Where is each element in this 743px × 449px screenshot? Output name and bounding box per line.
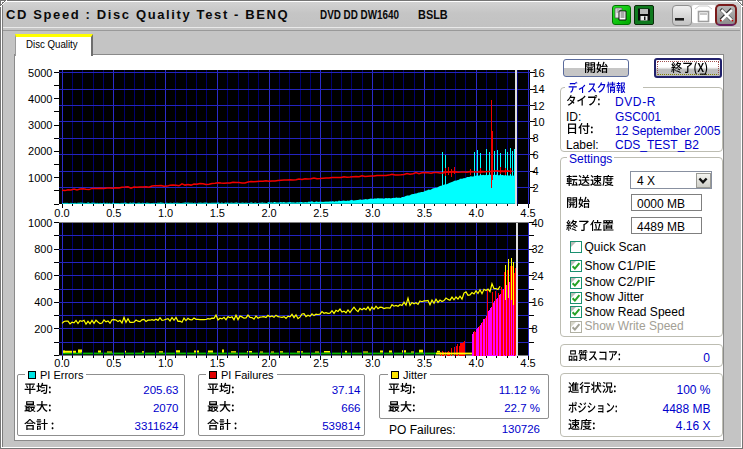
svg-text:200: 200 — [34, 323, 52, 335]
svg-text:4.0: 4.0 — [469, 357, 484, 369]
svg-text:4.5: 4.5 — [520, 357, 535, 369]
svg-text:1000: 1000 — [28, 172, 52, 184]
svg-text:32: 32 — [532, 243, 544, 255]
svg-text:3.0: 3.0 — [365, 357, 380, 369]
svg-text:5000: 5000 — [28, 67, 52, 79]
svg-text:1000: 1000 — [28, 217, 52, 229]
svg-text:3.0: 3.0 — [365, 207, 380, 219]
svg-text:0.0: 0.0 — [54, 357, 69, 369]
svg-text:8: 8 — [532, 323, 538, 335]
svg-text:400: 400 — [34, 296, 52, 308]
svg-text:8: 8 — [533, 132, 539, 144]
svg-text:12: 12 — [533, 100, 545, 112]
svg-text:3000: 3000 — [28, 119, 52, 131]
svg-text:1.5: 1.5 — [210, 357, 225, 369]
svg-text:14: 14 — [533, 83, 545, 95]
svg-text:3.5: 3.5 — [417, 357, 432, 369]
svg-text:2.5: 2.5 — [313, 357, 328, 369]
svg-text:0.5: 0.5 — [106, 207, 121, 219]
svg-text:2.5: 2.5 — [313, 207, 328, 219]
svg-text:4.0: 4.0 — [469, 207, 484, 219]
svg-text:800: 800 — [34, 243, 52, 255]
svg-text:4000: 4000 — [28, 93, 52, 105]
svg-text:6: 6 — [533, 149, 539, 161]
svg-text:0.0: 0.0 — [54, 207, 69, 219]
svg-text:16: 16 — [533, 67, 545, 79]
svg-text:24: 24 — [532, 270, 544, 282]
svg-text:0.5: 0.5 — [106, 357, 121, 369]
svg-text:2: 2 — [533, 182, 539, 194]
svg-text:600: 600 — [34, 270, 52, 282]
svg-text:2.0: 2.0 — [261, 207, 276, 219]
svg-text:2000: 2000 — [28, 145, 52, 157]
svg-text:3.5: 3.5 — [417, 207, 432, 219]
svg-text:40: 40 — [532, 217, 544, 229]
svg-text:1.0: 1.0 — [158, 357, 173, 369]
svg-text:10: 10 — [533, 116, 545, 128]
svg-text:16: 16 — [532, 296, 544, 308]
svg-text:4: 4 — [533, 165, 539, 177]
svg-text:2.0: 2.0 — [261, 357, 276, 369]
svg-text:1.0: 1.0 — [158, 207, 173, 219]
svg-text:1.5: 1.5 — [210, 207, 225, 219]
